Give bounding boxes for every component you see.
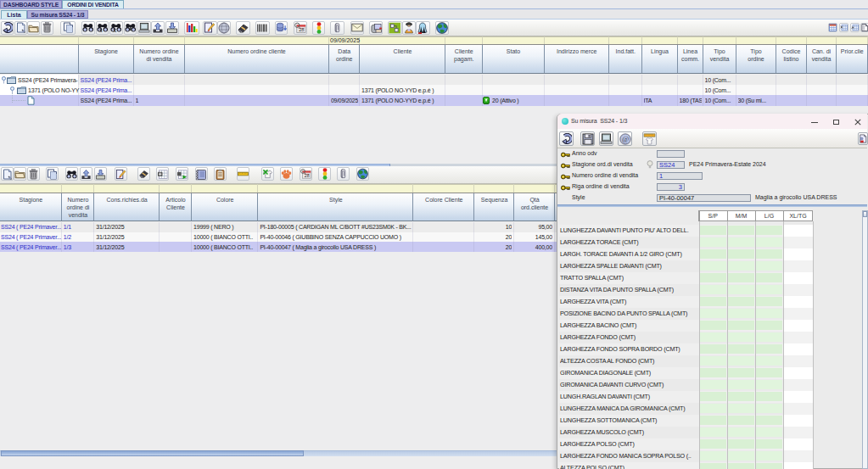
svg-text:s: s <box>99 26 102 33</box>
svg-text:@: @ <box>622 135 629 143</box>
svg-text:x: x <box>113 26 116 33</box>
